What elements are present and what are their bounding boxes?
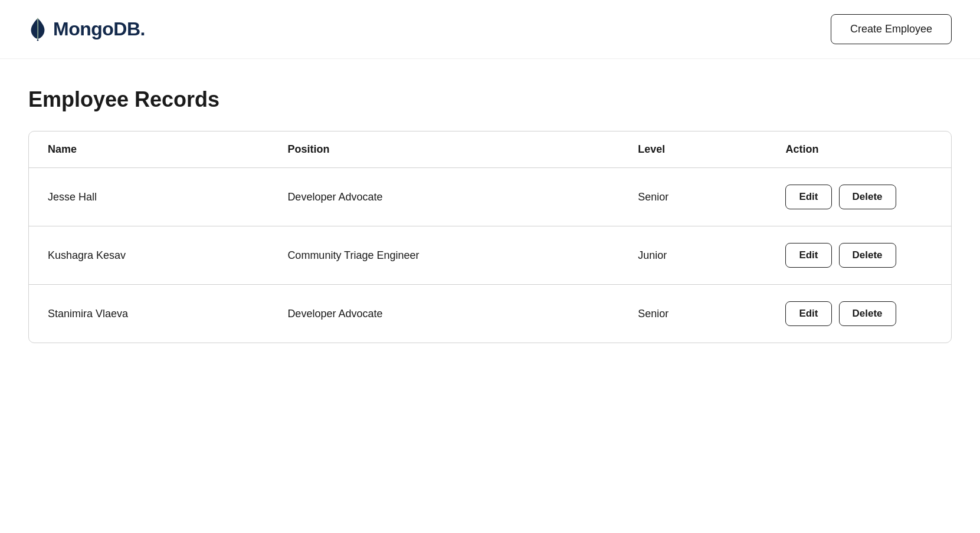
delete-button-0[interactable]: Delete: [839, 185, 896, 209]
table-header-row: Name Position Level Action: [29, 131, 951, 168]
main-content: Employee Records Name Position Level Act…: [0, 59, 980, 371]
employee-table: Name Position Level Action Jesse HallDev…: [29, 131, 951, 343]
cell-action: EditDelete: [766, 226, 951, 285]
employee-table-container: Name Position Level Action Jesse HallDev…: [28, 131, 952, 343]
page-title: Employee Records: [28, 87, 952, 112]
cell-level: Senior: [619, 168, 766, 226]
action-buttons: EditDelete: [785, 185, 932, 209]
table-row: Kushagra KesavCommunity Triage EngineerJ…: [29, 226, 951, 285]
table-header: Name Position Level Action: [29, 131, 951, 168]
table-row: Jesse HallDeveloper AdvocateSeniorEditDe…: [29, 168, 951, 226]
app-header: MongoDB. Create Employee: [0, 0, 980, 59]
cell-position: Developer Advocate: [268, 168, 619, 226]
delete-button-2[interactable]: Delete: [839, 301, 896, 326]
cell-level: Junior: [619, 226, 766, 285]
cell-name: Kushagra Kesav: [29, 226, 268, 285]
create-employee-button[interactable]: Create Employee: [831, 14, 952, 44]
logo-text: MongoDB.: [53, 18, 145, 40]
cell-position: Community Triage Engineer: [268, 226, 619, 285]
action-buttons: EditDelete: [785, 243, 932, 268]
edit-button-2[interactable]: Edit: [785, 301, 831, 326]
cell-name: Jesse Hall: [29, 168, 268, 226]
edit-button-0[interactable]: Edit: [785, 185, 831, 209]
edit-button-1[interactable]: Edit: [785, 243, 831, 268]
action-buttons: EditDelete: [785, 301, 932, 326]
mongodb-leaf-icon: [28, 18, 47, 41]
column-header-position: Position: [268, 131, 619, 168]
logo: MongoDB.: [28, 18, 145, 41]
delete-button-1[interactable]: Delete: [839, 243, 896, 268]
cell-action: EditDelete: [766, 168, 951, 226]
cell-name: Stanimira Vlaeva: [29, 285, 268, 343]
cell-action: EditDelete: [766, 285, 951, 343]
column-header-action: Action: [766, 131, 951, 168]
column-header-name: Name: [29, 131, 268, 168]
cell-position: Developer Advocate: [268, 285, 619, 343]
table-body: Jesse HallDeveloper AdvocateSeniorEditDe…: [29, 168, 951, 343]
column-header-level: Level: [619, 131, 766, 168]
cell-level: Senior: [619, 285, 766, 343]
table-row: Stanimira VlaevaDeveloper AdvocateSenior…: [29, 285, 951, 343]
